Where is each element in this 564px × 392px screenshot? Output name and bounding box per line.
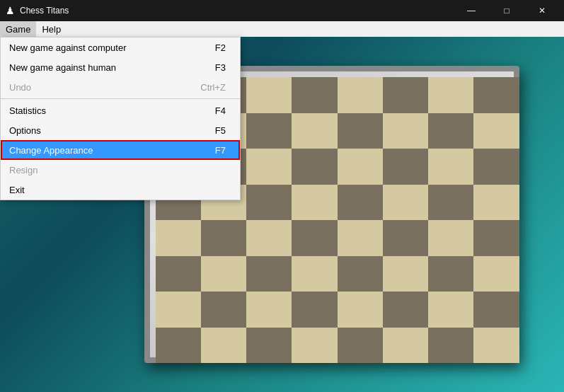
menu-item-resign[interactable]: Resign xyxy=(1,160,240,180)
chess-square xyxy=(428,185,473,221)
menu-help-label: Help xyxy=(42,24,61,35)
chess-square xyxy=(473,185,519,221)
menu-separator xyxy=(1,98,240,99)
chess-square xyxy=(246,113,292,149)
chess-square xyxy=(201,220,246,256)
menu-item-exit[interactable]: Exit xyxy=(1,180,240,200)
menu-item-shortcut-new-vs-human: F3 xyxy=(215,62,226,73)
chess-square xyxy=(246,77,292,113)
menu-game[interactable]: Game New game against computerF2New game… xyxy=(0,21,36,37)
chess-square xyxy=(246,185,292,221)
chess-square xyxy=(246,256,292,292)
menu-item-label-exit: Exit xyxy=(9,185,25,195)
chess-square xyxy=(338,220,383,256)
chess-square xyxy=(338,292,383,328)
chess-square xyxy=(383,256,428,292)
menu-item-shortcut-statistics: F4 xyxy=(215,105,226,116)
maximize-button[interactable]: □ xyxy=(490,0,523,21)
chess-square xyxy=(473,113,519,149)
menu-item-label-new-vs-computer: New game against computer xyxy=(9,42,126,53)
chess-square xyxy=(428,149,473,185)
chess-square xyxy=(473,256,519,292)
menu-help[interactable]: Help xyxy=(36,21,67,37)
chess-square xyxy=(292,185,337,221)
menubar: Game New game against computerF2New game… xyxy=(0,21,564,37)
menu-item-label-resign: Resign xyxy=(9,165,38,175)
chess-square xyxy=(473,77,519,113)
close-button[interactable]: ✕ xyxy=(526,0,558,21)
menu-item-label-new-vs-human: New game against human xyxy=(9,62,116,73)
menu-item-shortcut-new-vs-computer: F2 xyxy=(215,42,226,53)
chess-square xyxy=(428,292,473,328)
menu-item-shortcut-change-appearance: F7 xyxy=(215,145,226,156)
chess-square xyxy=(292,149,337,185)
chess-square xyxy=(201,256,246,292)
chess-square xyxy=(156,220,201,256)
chess-square xyxy=(473,149,519,185)
chess-square xyxy=(338,113,383,149)
menu-item-change-appearance[interactable]: Change AppearanceF7 xyxy=(1,140,240,160)
chess-square xyxy=(383,328,428,364)
menu-item-label-undo: Undo xyxy=(9,82,31,93)
menu-item-shortcut-undo: Ctrl+Z xyxy=(200,82,226,93)
chess-square xyxy=(156,328,201,364)
minimize-button[interactable]: — xyxy=(455,0,488,21)
chess-square xyxy=(383,113,428,149)
menu-item-undo[interactable]: UndoCtrl+Z xyxy=(1,77,240,97)
menu-item-new-vs-computer[interactable]: New game against computerF2 xyxy=(1,38,240,57)
chess-square xyxy=(428,220,473,256)
chess-square xyxy=(156,292,201,328)
chess-square xyxy=(383,185,428,221)
chess-square xyxy=(428,77,473,113)
window-title: Chess Titans xyxy=(20,6,69,16)
chess-square xyxy=(338,77,383,113)
titlebar: ♟ Chess Titans — □ ✕ xyxy=(0,0,564,21)
chess-square xyxy=(338,328,383,364)
menu-item-shortcut-options: F5 xyxy=(215,125,226,136)
titlebar-controls: — □ ✕ xyxy=(455,0,558,21)
menu-item-label-statistics: Statistics xyxy=(9,105,46,116)
menu-game-label: Game xyxy=(6,24,30,35)
chess-square xyxy=(292,256,337,292)
menu-item-statistics[interactable]: StatisticsF4 xyxy=(1,100,240,120)
titlebar-left: ♟ Chess Titans xyxy=(4,5,69,16)
chess-square xyxy=(473,328,519,364)
chess-square xyxy=(201,292,246,328)
chess-square xyxy=(246,328,292,364)
chess-square xyxy=(473,220,519,256)
chess-icon: ♟ xyxy=(4,5,16,16)
menu-item-label-options: Options xyxy=(9,125,41,136)
chess-square xyxy=(246,292,292,328)
chess-square xyxy=(338,185,383,221)
chess-square xyxy=(338,149,383,185)
chess-square xyxy=(428,256,473,292)
chess-square xyxy=(473,292,519,328)
chess-square xyxy=(156,256,201,292)
chess-square xyxy=(246,220,292,256)
chess-square xyxy=(292,292,337,328)
chess-square xyxy=(292,220,337,256)
menu-item-new-vs-human[interactable]: New game against humanF3 xyxy=(1,57,240,77)
menu-item-label-change-appearance: Change Appearance xyxy=(9,145,93,156)
chess-square xyxy=(428,328,473,364)
chess-square xyxy=(246,149,292,185)
chess-square xyxy=(292,113,337,149)
chess-square xyxy=(428,113,473,149)
chess-square xyxy=(292,77,337,113)
chess-square xyxy=(383,292,428,328)
game-dropdown: New game against computerF2New game agai… xyxy=(0,37,241,200)
chess-square xyxy=(383,77,428,113)
chess-square xyxy=(383,220,428,256)
chess-square xyxy=(201,328,246,364)
chess-square xyxy=(292,328,337,364)
menu-item-options[interactable]: OptionsF5 xyxy=(1,120,240,140)
chess-square xyxy=(383,149,428,185)
chess-square xyxy=(338,256,383,292)
